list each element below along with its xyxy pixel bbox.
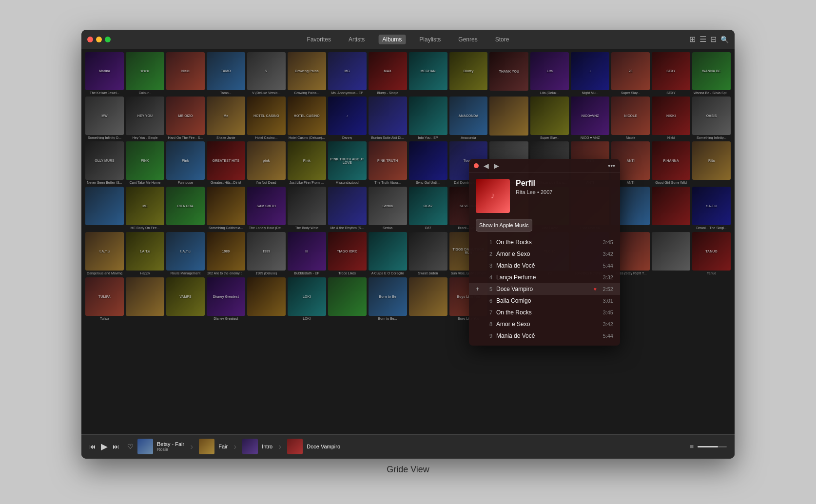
album-item[interactable]: OLLY MURSNever Seen Better (S... [85,141,124,185]
album-item[interactable]: PINK TRUTHThe Truth Abou... [369,141,407,185]
list-view-btn[interactable]: ☰ [699,35,706,44]
album-item[interactable]: P!NK TRUTH ABOUT LOVEMissundaztood [328,141,367,185]
album-item[interactable] [247,277,286,320]
album-item[interactable]: Something California... [207,187,245,230]
track-row[interactable]: 4Lança Perfume3:32 [469,271,620,283]
album-item[interactable]: 1989202 Are to the enemy t... [207,232,245,275]
minimize-button[interactable] [96,37,102,42]
album-item[interactable]: Into You - EP [409,97,447,139]
album-item[interactable]: Sweet Jaden [409,232,447,275]
album-item[interactable]: Disney GreatestDisney Greatest [207,277,245,320]
album-item[interactable]: MWSomething Infinity O... [85,97,124,139]
volume-bar[interactable] [698,446,727,447]
album-item[interactable]: Sync Gal Until... [409,141,447,185]
album-item[interactable]: TANUOTanuo [692,232,731,275]
album-item[interactable]: liiBubbleBath - EP [288,232,326,275]
track-row[interactable]: 2Amor e Sexo3:42 [469,248,620,260]
album-item[interactable]: t.A.T.uRoute Management [166,232,205,275]
track-row[interactable]: 3Mania de Você5:44 [469,260,620,271]
album-item[interactable]: LitaLita (Delux... [530,52,569,95]
tab-albums[interactable]: Albums [378,35,406,44]
album-item[interactable]: GREATEST HITSGreatest Hits...Dirty! [207,141,245,185]
album-item[interactable]: pinkI'm Not Dead [247,141,286,185]
tab-playlists[interactable]: Playlists [415,35,445,44]
heart-btn[interactable]: ♡ [127,443,134,450]
album-item[interactable]: HEY YOUHey You - Single [126,97,164,139]
album-item[interactable]: ANACONDAAnaconda [449,97,488,139]
track-row[interactable]: 9Mania de Você5:44 [469,330,620,342]
album-item[interactable]: OG67G67 [409,187,447,230]
album-item[interactable]: ♪Night Mu... [571,52,609,95]
album-item[interactable]: HOTEL CASINOHotel Casino... [247,97,286,139]
popup-close-btn[interactable] [474,163,479,168]
tab-genres[interactable]: Genres [454,35,481,44]
popup-more-btn[interactable]: ••• [608,162,615,170]
tab-artists[interactable]: Artists [345,35,369,44]
album-item[interactable]: P!nkJust Like Fire (From '... [288,141,326,185]
column-view-btn[interactable]: ⊟ [710,35,717,44]
album-item[interactable]: NIKKINikki [652,97,690,139]
album-item[interactable]: ♪Danny [328,97,367,139]
album-item[interactable]: Nicki [166,52,205,95]
album-item[interactable]: Born to BeBorn to Be... [369,277,407,320]
album-item[interactable]: NICOLENicole [611,97,650,139]
album-item[interactable] [328,277,367,320]
album-item[interactable]: SAM SMITHThe Lonely Hour (De... [247,187,286,230]
album-item[interactable]: VAMPS [166,277,205,320]
album-item[interactable]: Bunion Suite Aldi Di... [369,97,407,139]
album-item[interactable] [489,97,528,139]
album-item[interactable]: t.A.T.uDownl... The Singl... [692,187,731,230]
album-item[interactable] [126,277,164,320]
album-item[interactable]: TAMOTamo... [207,52,245,95]
album-item[interactable]: PINKCant Take Me Home [126,141,164,185]
grid-view-btn[interactable]: ⊞ [689,35,696,44]
album-item[interactable]: THANK YOU [489,52,528,95]
popup-prev-btn[interactable]: ◀ [484,162,489,170]
track-row[interactable]: 6Baila Comigo3:01 [469,295,620,307]
list-toggle-btn[interactable]: ≡ [690,443,694,450]
album-item[interactable] [409,277,447,320]
track-row[interactable]: 7On the Rocks3:45 [469,307,620,318]
album-item[interactable]: MeShake Janie [207,97,245,139]
popup-play-btn[interactable]: ▶ [494,162,499,170]
album-item[interactable]: MAXBlurry - Single [369,52,407,95]
play-btn[interactable]: ▶ [101,441,108,452]
album-item[interactable]: NICO♥VNZNICO ♥ VNZ [571,97,609,139]
album-item[interactable] [85,187,124,230]
tab-favorites[interactable]: Favorites [303,35,335,44]
album-item[interactable]: RITA ORA [166,187,205,230]
show-in-apple-music-btn[interactable]: Show in Apple Music [476,219,532,232]
album-item[interactable]: Me & the Rhythm (S... [328,187,367,230]
album-item[interactable]: Growing PainsGrowing Pains... [288,52,326,95]
track-row[interactable]: +5Doce Vampiro♥2:52 [469,283,620,295]
album-item[interactable]: TIAGO IORCTroco Likes [328,232,367,275]
track-heart[interactable]: ♥ [593,286,597,292]
next-btn[interactable]: ⏭ [113,443,119,450]
album-item[interactable]: OASISSomething Infinity... [692,97,731,139]
album-item[interactable]: A Culpa E O Coração [369,232,407,275]
tab-store[interactable]: Store [491,35,513,44]
album-item[interactable]: PinkFunhouse [166,141,205,185]
album-item[interactable]: VV (Deluxe Versio... [247,52,286,95]
album-item[interactable]: MR OIZOHard On The Fire - S... [166,97,205,139]
album-item[interactable]: SerbiaSerbia [369,187,407,230]
album-item[interactable]: RIHANNAGood Girl Gone Wild [652,141,690,185]
album-item[interactable]: The Body Write [288,187,326,230]
album-item[interactable]: Super Slav... [530,97,569,139]
album-item[interactable]: ★★★Colour... [126,52,164,95]
album-item[interactable]: HOTEL CASINOHotel Casino (Deluxe)... [288,97,326,139]
album-item[interactable]: t.A.T.uHappy [126,232,164,275]
previous-btn[interactable]: ⏮ [89,443,96,450]
track-row[interactable]: 1On the Rocks3:45 [469,236,620,248]
track-add-btn[interactable]: + [476,286,483,292]
album-item[interactable]: MEGHAN [409,52,447,95]
album-item[interactable]: WANNA BEWanna Be - Silsia Spt... [692,52,731,95]
album-item[interactable]: LOKILOKI [288,277,326,320]
close-button[interactable] [87,37,93,42]
maximize-button[interactable] [105,37,111,42]
album-item[interactable]: MGMs. Anonymous - EP [328,52,367,95]
album-item[interactable]: Rita [692,141,731,185]
track-row[interactable]: 8Amor e Sexo3:42 [469,318,620,330]
album-item[interactable] [652,232,690,275]
album-item[interactable]: SEXYSEXY [652,52,690,95]
